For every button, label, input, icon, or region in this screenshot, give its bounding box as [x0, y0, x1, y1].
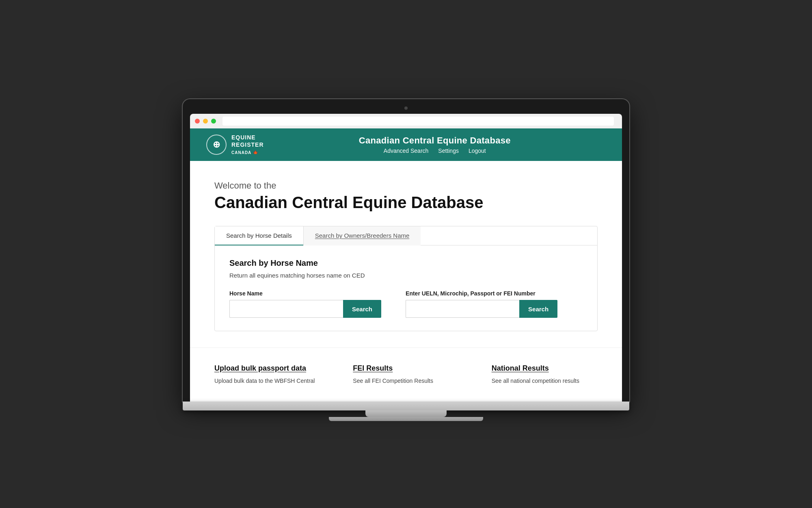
nav-links: Advanced Search Settings Logout: [384, 148, 486, 154]
upload-bulk-desc: Upload bulk data to the WBFSH Central: [214, 377, 320, 385]
search-description: Return all equines matching horses name …: [229, 272, 583, 279]
fei-results-title[interactable]: FEI Results: [353, 364, 459, 373]
laptop-base: [183, 402, 629, 410]
national-results-title[interactable]: National Results: [492, 364, 598, 373]
tab-header: Search by Horse Details Search by Owners…: [215, 226, 597, 245]
logout-link[interactable]: Logout: [469, 148, 486, 154]
laptop-foot: [329, 417, 483, 421]
laptop-stand: [365, 410, 447, 417]
horse-name-group: Horse Name Search: [229, 290, 381, 318]
nav-center: Canadian Central Equine Database Advance…: [264, 135, 606, 154]
upload-bulk-title[interactable]: Upload bulk passport data: [214, 364, 320, 373]
logo-area: ⊕ EQUINEREGISTERCANADA 🍁: [206, 134, 264, 156]
ueln-group: Enter UELN, Microchip, Passport or FEI N…: [406, 290, 557, 318]
screen-content: ⊕ EQUINEREGISTERCANADA 🍁 Canadian Centra…: [190, 128, 622, 402]
close-dot[interactable]: [195, 119, 200, 124]
advanced-search-link[interactable]: Advanced Search: [384, 148, 429, 154]
national-results-desc: See all national competition results: [492, 377, 598, 385]
fei-results-desc: See all FEI Competition Results: [353, 377, 459, 385]
upload-bulk-card: Upload bulk passport data Upload bulk da…: [214, 364, 320, 385]
ueln-input[interactable]: [406, 300, 519, 318]
minimize-dot[interactable]: [203, 119, 208, 124]
logo-text: EQUINEREGISTERCANADA 🍁: [231, 134, 264, 156]
site-title: Canadian Central Equine Database: [359, 135, 511, 146]
tab-owners-breeders[interactable]: Search by Owners/Breeders Name: [303, 226, 421, 245]
tab-body: Search by Horse Name Return all equines …: [215, 245, 597, 331]
fei-results-card: FEI Results See all FEI Competition Resu…: [353, 364, 459, 385]
horse-name-row: Search: [229, 300, 381, 318]
welcome-label: Welcome to the: [214, 180, 598, 191]
national-results-card: National Results See all national compet…: [492, 364, 598, 385]
search-fields: Horse Name Search Enter UELN, Microchip,…: [229, 290, 583, 318]
logo-icon: ⊕: [206, 135, 227, 155]
main-content: Welcome to the Canadian Central Equine D…: [190, 161, 622, 347]
horse-name-search-button[interactable]: Search: [343, 300, 381, 318]
horse-name-input[interactable]: [229, 300, 343, 318]
settings-link[interactable]: Settings: [438, 148, 459, 154]
laptop-camera: [404, 106, 408, 110]
ueln-label: Enter UELN, Microchip, Passport or FEI N…: [406, 290, 557, 297]
navbar: ⊕ EQUINEREGISTERCANADA 🍁 Canadian Centra…: [190, 128, 622, 161]
ueln-row: Search: [406, 300, 557, 318]
search-section-title: Search by Horse Name: [229, 258, 583, 268]
ueln-search-button[interactable]: Search: [519, 300, 557, 318]
horse-name-label: Horse Name: [229, 290, 381, 297]
tab-horse-details[interactable]: Search by Horse Details: [215, 226, 303, 245]
tab-container: Search by Horse Details Search by Owners…: [214, 226, 598, 331]
maximize-dot[interactable]: [211, 119, 216, 124]
url-bar[interactable]: [222, 117, 614, 126]
page-title: Canadian Central Equine Database: [214, 193, 598, 211]
browser-chrome: [190, 114, 622, 128]
bottom-section: Upload bulk passport data Upload bulk da…: [190, 347, 622, 402]
